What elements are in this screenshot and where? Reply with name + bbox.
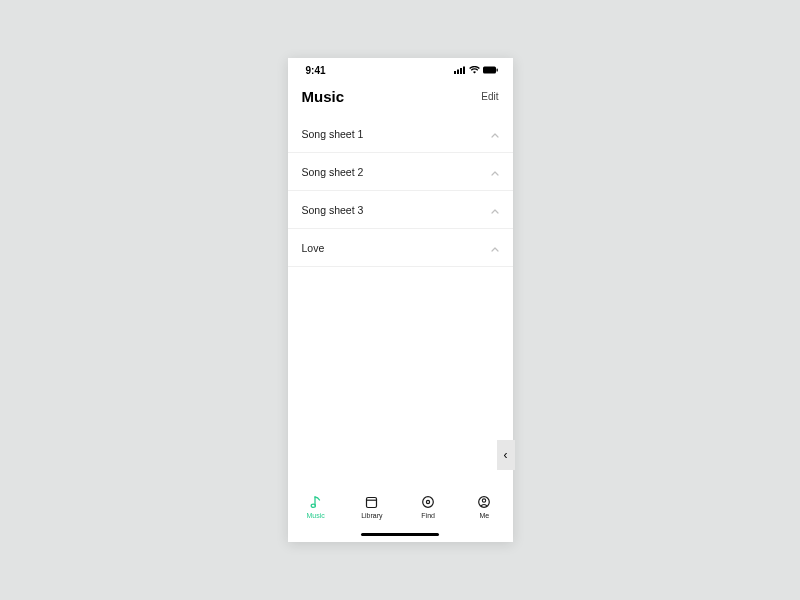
edit-button[interactable]: Edit bbox=[481, 91, 498, 102]
chevron-left-icon: ‹ bbox=[504, 448, 508, 462]
svg-rect-3 bbox=[463, 67, 465, 75]
side-drawer-handle[interactable]: ‹ bbox=[497, 440, 515, 470]
find-icon bbox=[421, 494, 435, 510]
svg-rect-4 bbox=[483, 67, 496, 74]
tab-label: Music bbox=[306, 512, 324, 519]
page-title: Music bbox=[302, 88, 345, 105]
chevron-up-icon bbox=[491, 166, 499, 178]
svg-point-10 bbox=[427, 500, 430, 503]
chevron-up-icon bbox=[491, 204, 499, 216]
playlist-row[interactable]: Song sheet 3 bbox=[288, 191, 513, 229]
svg-point-9 bbox=[423, 497, 434, 508]
status-time: 9:41 bbox=[306, 65, 326, 76]
tab-find[interactable]: Find bbox=[403, 494, 453, 519]
svg-rect-0 bbox=[454, 71, 456, 74]
playlist-row[interactable]: Song sheet 1 bbox=[288, 115, 513, 153]
playlist-name: Song sheet 1 bbox=[302, 128, 364, 140]
playlist-name: Song sheet 2 bbox=[302, 166, 364, 178]
status-indicators bbox=[454, 66, 499, 74]
wifi-icon bbox=[469, 66, 480, 74]
tab-label: Me bbox=[480, 512, 490, 519]
svg-point-12 bbox=[483, 499, 486, 502]
phone-frame: 9:41 Music Edit Song sheet 1 bbox=[288, 58, 513, 542]
playlist-name: Song sheet 3 bbox=[302, 204, 364, 216]
status-bar: 9:41 bbox=[288, 58, 513, 82]
chevron-up-icon bbox=[491, 242, 499, 254]
svg-rect-5 bbox=[496, 69, 497, 72]
person-icon bbox=[477, 494, 491, 510]
playlist-list: Song sheet 1 Song sheet 2 Song sheet 3 L… bbox=[288, 115, 513, 488]
svg-point-6 bbox=[311, 504, 315, 507]
tab-library[interactable]: Library bbox=[347, 494, 397, 519]
tab-me[interactable]: Me bbox=[459, 494, 509, 519]
svg-rect-1 bbox=[457, 70, 459, 75]
home-indicator[interactable] bbox=[361, 533, 439, 536]
tab-music[interactable]: Music bbox=[291, 494, 341, 519]
battery-icon bbox=[483, 66, 499, 74]
library-icon bbox=[365, 494, 378, 510]
header: Music Edit bbox=[288, 82, 513, 115]
tab-label: Library bbox=[361, 512, 382, 519]
svg-rect-2 bbox=[460, 68, 462, 74]
signal-icon bbox=[454, 66, 466, 74]
tab-bar: Music Library Find bbox=[288, 488, 513, 542]
playlist-row[interactable]: Love bbox=[288, 229, 513, 267]
music-note-icon bbox=[309, 494, 323, 510]
playlist-name: Love bbox=[302, 242, 325, 254]
chevron-up-icon bbox=[491, 128, 499, 140]
tab-label: Find bbox=[421, 512, 435, 519]
svg-rect-7 bbox=[367, 497, 377, 507]
playlist-row[interactable]: Song sheet 2 bbox=[288, 153, 513, 191]
